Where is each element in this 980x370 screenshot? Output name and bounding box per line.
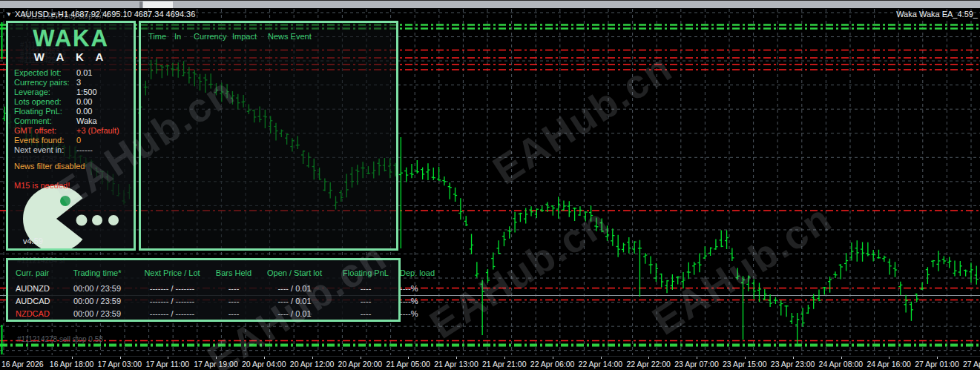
time-axis-label: 24 Apr 16:00 [866, 360, 911, 369]
pairs-column-header: Bars Held [210, 268, 257, 277]
time-axis-label: 20 Apr 20:00 [338, 360, 383, 369]
pair-cell: ---- / 0.01 [257, 308, 332, 320]
status-value: 0.00 [76, 97, 92, 106]
pairs-column-header: Curr. pair [16, 268, 60, 277]
status-value: 3 [76, 78, 81, 87]
time-axis-tick [601, 357, 602, 359]
mt4-chart-window: #111214275 buy stop 0.74#111214279 s#111… [0, 0, 980, 370]
pair-cell: ------- / ------- [134, 308, 210, 320]
time-axis-label: 20 Apr 04:00 [242, 360, 286, 369]
pair-cell: ---- [210, 283, 257, 294]
pair-name: AUDNZD [16, 283, 60, 294]
time-axis-label: 20 Apr 12:00 [290, 360, 335, 369]
time-axis-label: 16 Apr 2026 [1, 360, 44, 369]
time-axis-label: 22 Apr 22:00 [626, 360, 671, 369]
status-value: Waka [76, 116, 97, 125]
symbol-title: ▼XAUUSD.e,H1 4687.92 4695.10 4687.34 469… [6, 10, 195, 19]
time-axis-tick [312, 357, 313, 359]
status-label: Expected lot: [14, 68, 76, 78]
time-axis-label: 23 Apr 15:00 [723, 360, 767, 369]
status-label: Currency pairs: [14, 78, 76, 87]
time-axis-tick [408, 357, 409, 359]
news-column-header: Impact [232, 32, 257, 41]
time-axis-tick [889, 357, 889, 359]
time-axis-label: 16 Apr 18:00 [50, 360, 94, 369]
ea-info-panel: WAKA W A K A Expected lot:0.01Currency p… [6, 21, 136, 251]
time-axis-tick [553, 357, 553, 359]
status-value: +3 (Default) [76, 126, 119, 135]
pair-cell: ------- / ------- [134, 283, 210, 294]
pairs-column-header: Next Price / Lot [134, 268, 210, 277]
pair-cell: 00:00 / 23:59 [60, 283, 134, 294]
time-axis-label: 24 Apr 08:00 [819, 360, 864, 369]
pair-cell: 00:00 / 23:59 [60, 296, 134, 307]
pairs-table-row: NZDCAD00:00 / 23:59------- / -----------… [8, 308, 398, 320]
pair-name: AUDCAD [16, 296, 60, 307]
ea-status-row: Expected lot:0.01 [14, 68, 134, 78]
time-axis-label: 22 Apr 14:00 [579, 360, 623, 369]
status-label: Comment: [14, 116, 76, 126]
status-value: 0 [76, 136, 81, 145]
status-value: ------ [76, 145, 93, 154]
time-axis[interactable]: 16 Apr 202616 Apr 18:0017 Apr 03:0017 Ap… [0, 356, 980, 370]
pairs-column-header: Dep. load [400, 268, 435, 277]
chart-title-bar: ▼XAUUSD.e,H1 4687.92 4695.10 4687.34 469… [0, 8, 980, 20]
time-axis-label: 22 Apr 06:00 [530, 360, 575, 369]
time-axis-label: 27 Apr 09:00 [963, 360, 980, 369]
ea-status-rows: Expected lot:0.01Currency pairs:3Leverag… [14, 68, 134, 155]
time-axis-tick [793, 357, 794, 359]
time-axis-label: 17 Apr 19:00 [194, 360, 238, 369]
ea-status-row: Events found:0 [14, 136, 134, 145]
ea-status-row: GMT offset:+3 (Default) [14, 126, 134, 136]
news-column-header: In [174, 32, 181, 41]
status-value: 0.00 [76, 107, 92, 116]
pairs-table-row: AUDCAD00:00 / 23:59------- / -----------… [8, 296, 398, 307]
pair-cell: ---- / 0.01 [257, 283, 332, 294]
ea-alert-text: News filter disabled [14, 162, 134, 171]
symbol-dropdown-icon[interactable]: ▼ [6, 11, 12, 18]
pair-cell: ------- / ------- [134, 296, 210, 307]
time-axis-tick [937, 357, 938, 359]
status-label: Next event in: [14, 145, 76, 155]
pair-cell: ---- [210, 296, 257, 307]
news-column-header: Time [148, 32, 166, 41]
news-column-header: News Event [268, 32, 312, 41]
pairs-column-header: Trading time* [60, 268, 134, 277]
pairs-table-rows: AUDNZD00:00 / 23:59------- / -----------… [8, 283, 398, 320]
time-axis-tick [745, 357, 746, 359]
pair-cell: ----% [400, 283, 418, 294]
status-value: 1:500 [76, 87, 97, 96]
time-axis-label: 21 Apr 13:00 [434, 360, 479, 369]
time-axis-label: 17 Apr 03:00 [98, 360, 142, 369]
status-label: Floating PnL: [14, 107, 76, 116]
time-axis-tick [216, 357, 217, 359]
time-axis-label: 21 Apr 21:00 [482, 360, 527, 369]
ea-status-row: Lots opened:0.00 [14, 97, 134, 107]
pair-name: NZDCAD [16, 308, 60, 320]
time-axis-tick [697, 357, 697, 359]
pair-cell: ---- [332, 296, 400, 307]
time-axis-tick [648, 357, 649, 359]
time-axis-tick [120, 357, 121, 359]
status-label: GMT offset: [14, 126, 76, 136]
ghost-order-label: #111214278 sell stop 0.58 [17, 335, 103, 343]
pair-cell: ----% [400, 308, 418, 320]
ea-alert-text: M15 is needed! [14, 181, 134, 190]
time-axis-label: 23 Apr 23:00 [771, 360, 815, 369]
time-axis-tick [264, 357, 265, 359]
ea-status-row: Currency pairs:3 [14, 78, 134, 87]
pair-cell: 00:00 / 23:59 [60, 308, 134, 320]
pair-cell: ---- / 0.01 [257, 296, 332, 307]
pair-cell: ---- [210, 308, 257, 320]
time-axis-tick [841, 357, 842, 359]
pairs-table-row: AUDNZD00:00 / 23:59------- / -----------… [8, 283, 398, 294]
status-label: Events found: [14, 136, 76, 145]
time-axis-tick [361, 357, 361, 359]
time-axis-tick [168, 357, 168, 359]
status-label: Lots opened: [14, 97, 76, 107]
status-value: 0.01 [76, 68, 92, 77]
ea-status-row: Comment:Waka [14, 116, 134, 126]
status-label: Leverage: [14, 87, 76, 97]
pairs-table-panel: Curr. pairTrading time*Next Price / LotB… [6, 258, 401, 322]
ea-status-row: Floating PnL:0.00 [14, 107, 134, 116]
